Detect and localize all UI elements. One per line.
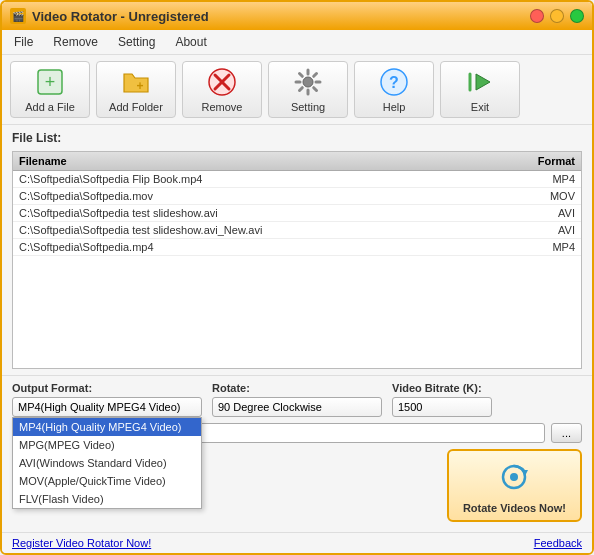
file-format-4: MP4 [515, 241, 575, 253]
remove-button[interactable]: Remove [182, 61, 262, 118]
file-name-3: C:\Softpedia\Softpedia test slideshow.av… [19, 224, 515, 236]
svg-line-12 [314, 88, 317, 91]
add-folder-icon: + [120, 66, 152, 98]
svg-point-21 [510, 473, 518, 481]
svg-text:+: + [45, 72, 56, 92]
file-name-4: C:\Softpedia\Softpedia.mp4 [19, 241, 515, 253]
add-file-icon: + [34, 66, 66, 98]
output-format-dropdown-container: MP4(High Quality MPEG4 Video) MPG(MPEG V… [12, 397, 202, 417]
dropdown-option-avi[interactable]: AVI(Windows Standard Video) [13, 454, 201, 472]
dropdown-option-mov[interactable]: MOV(Apple/QuickTime Video) [13, 472, 201, 490]
rotate-label: Rotate: [212, 382, 382, 394]
remove-label: Remove [202, 101, 243, 113]
rotate-select[interactable]: 90 Degree Clockwise 90 Degree Counter Cl… [212, 397, 382, 417]
rotate-now-icon [496, 457, 532, 499]
rotate-group: Rotate: 90 Degree Clockwise 90 Degree Co… [212, 382, 382, 417]
output-format-label: Output Format: [12, 382, 202, 394]
setting-button[interactable]: Setting [268, 61, 348, 118]
bottom-section: Output Format: MP4(High Quality MPEG4 Vi… [2, 375, 592, 532]
help-icon: ? [378, 66, 410, 98]
file-name-2: C:\Softpedia\Softpedia test slideshow.av… [19, 207, 515, 219]
format-row: Output Format: MP4(High Quality MPEG4 Vi… [12, 382, 582, 417]
bitrate-select[interactable]: 500 1000 1500 2000 3000 4000 [392, 397, 492, 417]
close-button[interactable] [530, 9, 544, 23]
file-format-0: MP4 [515, 173, 575, 185]
file-row[interactable]: C:\Softpedia\Softpedia.mov MOV [13, 188, 581, 205]
file-format-3: AVI [515, 224, 575, 236]
svg-text:?: ? [389, 74, 399, 91]
setting-label: Setting [291, 101, 325, 113]
file-row[interactable]: C:\Softpedia\Softpedia test slideshow.av… [13, 205, 581, 222]
file-list-label: File List: [12, 131, 582, 145]
help-label: Help [383, 101, 406, 113]
output-format-group: Output Format: MP4(High Quality MPEG4 Vi… [12, 382, 202, 417]
main-window: 🎬 Video Rotator - Unregistered File Remo… [0, 0, 594, 555]
svg-line-11 [300, 74, 303, 77]
toolbar: + Add a File + Add Folder Re [2, 55, 592, 125]
exit-label: Exit [471, 101, 489, 113]
feedback-link[interactable]: Feedback [534, 537, 582, 549]
rotate-now-button[interactable]: Rotate Videos Now! [447, 449, 582, 522]
format-dropdown-open: MP4(High Quality MPEG4 Video) MPG(MPEG V… [12, 417, 202, 509]
svg-text:+: + [136, 79, 143, 93]
file-format-2: AVI [515, 207, 575, 219]
remove-icon [206, 66, 238, 98]
menu-file[interactable]: File [10, 33, 37, 51]
add-folder-button[interactable]: + Add Folder [96, 61, 176, 118]
format-column-header: Format [515, 155, 575, 167]
app-icon: 🎬 [10, 8, 26, 24]
svg-line-14 [300, 88, 303, 91]
maximize-button[interactable] [570, 9, 584, 23]
title-controls [530, 9, 584, 23]
setting-icon [292, 66, 324, 98]
content-area: File List: Filename Format C:\Softpedia\… [2, 125, 592, 375]
svg-marker-17 [476, 74, 490, 90]
file-table-header: Filename Format [13, 152, 581, 171]
file-format-1: MOV [515, 190, 575, 202]
menu-bar: File Remove Setting About [2, 30, 592, 55]
footer: Register Video Rotator Now! Feedback [2, 532, 592, 553]
title-bar: 🎬 Video Rotator - Unregistered [2, 2, 592, 30]
exit-button[interactable]: Exit [440, 61, 520, 118]
dropdown-option-mp4[interactable]: MP4(High Quality MPEG4 Video) [13, 418, 201, 436]
title-bar-left: 🎬 Video Rotator - Unregistered [10, 8, 209, 24]
file-table: Filename Format C:\Softpedia\Softpedia F… [12, 151, 582, 369]
output-format-select[interactable]: MP4(High Quality MPEG4 Video) MPG(MPEG V… [12, 397, 202, 417]
browse-button[interactable]: ... [551, 423, 582, 443]
file-name-0: C:\Softpedia\Softpedia Flip Book.mp4 [19, 173, 515, 185]
dropdown-option-mpg[interactable]: MPG(MPEG Video) [13, 436, 201, 454]
help-button[interactable]: ? Help [354, 61, 434, 118]
file-name-1: C:\Softpedia\Softpedia.mov [19, 190, 515, 202]
exit-icon [464, 66, 496, 98]
bitrate-label: Video Bitrate (K): [392, 382, 492, 394]
file-row[interactable]: C:\Softpedia\Softpedia Flip Book.mp4 MP4 [13, 171, 581, 188]
add-file-button[interactable]: + Add a File [10, 61, 90, 118]
register-link[interactable]: Register Video Rotator Now! [12, 537, 151, 549]
dropdown-option-flv[interactable]: FLV(Flash Video) [13, 490, 201, 508]
svg-point-6 [303, 77, 313, 87]
minimize-button[interactable] [550, 9, 564, 23]
file-row[interactable]: C:\Softpedia\Softpedia.mp4 MP4 [13, 239, 581, 256]
menu-setting[interactable]: Setting [114, 33, 159, 51]
file-row[interactable]: C:\Softpedia\Softpedia test slideshow.av… [13, 222, 581, 239]
rotate-now-label: Rotate Videos Now! [463, 502, 566, 514]
add-folder-label: Add Folder [109, 101, 163, 113]
svg-line-13 [314, 74, 317, 77]
menu-remove[interactable]: Remove [49, 33, 102, 51]
bitrate-group: Video Bitrate (K): 500 1000 1500 2000 30… [392, 382, 492, 417]
menu-about[interactable]: About [171, 33, 210, 51]
filename-column-header: Filename [19, 155, 515, 167]
add-file-label: Add a File [25, 101, 75, 113]
window-title: Video Rotator - Unregistered [32, 9, 209, 24]
